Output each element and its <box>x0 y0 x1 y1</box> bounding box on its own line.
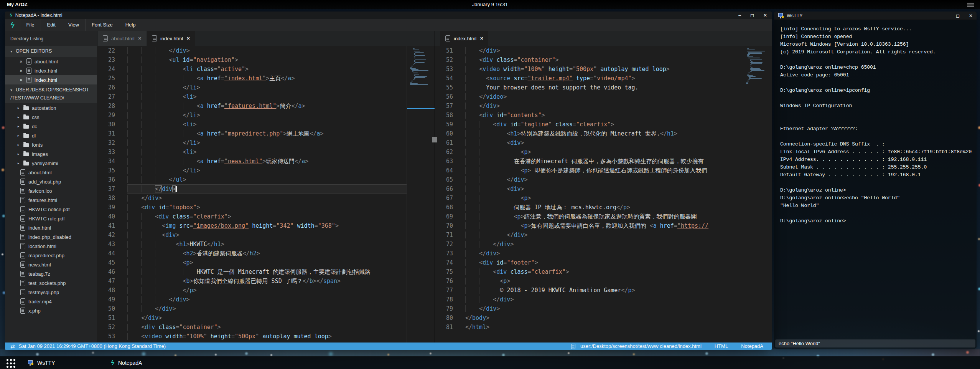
terminal-input[interactable]: echo "Hello World" <box>775 339 975 347</box>
maximize-button[interactable]: ◻ <box>956 13 960 18</box>
editor-pane-right: index.html✕ 5152535455565758596061626364… <box>435 31 772 343</box>
sidebar-file[interactable]: HKWTC notice.pdf <box>5 205 97 214</box>
sidebar-file[interactable]: trailer.mp4 <box>5 297 97 306</box>
line-number: 34 <box>97 157 115 166</box>
notepada-logo-icon: ϟ <box>10 13 12 18</box>
minimap-line <box>751 63 762 64</box>
status-language[interactable]: HTML <box>715 343 728 349</box>
hamburger-menu-icon[interactable] <box>967 2 974 7</box>
close-button[interactable]: ✕ <box>969 13 973 18</box>
code-area[interactable]: </div> <div class="container"> <video wi… <box>461 46 744 343</box>
editor-right[interactable]: 5152535455565758596061626364656667686970… <box>435 46 772 343</box>
app-grid-icon[interactable] <box>5 358 15 368</box>
editor-left[interactable]: 2223242526272829303132333435363738394041… <box>97 46 435 343</box>
line-number: 22 <box>97 46 115 55</box>
close-icon[interactable]: ✕ <box>19 60 23 64</box>
minimap-line <box>414 53 415 54</box>
sidebar-file[interactable]: location.html <box>5 242 97 251</box>
sidebar-folder-autostation[interactable]: ▸autostation <box>5 103 97 113</box>
line-number: 45 <box>97 258 115 267</box>
wstty-titlebar[interactable]: WsTTY – ◻ ✕ <box>774 12 977 20</box>
sidebar-folder-images[interactable]: ▸images <box>5 149 97 159</box>
code-line: </div> <box>127 304 407 313</box>
code-line: </body> <box>465 313 744 323</box>
sidebar-file[interactable]: test_sockets.php <box>5 278 97 288</box>
sidebar-file[interactable]: index.php_disabled <box>5 232 97 242</box>
sidebar-file[interactable]: index.html <box>5 223 97 232</box>
code-line: </div> <box>127 194 407 203</box>
minimize-button[interactable]: – <box>944 13 947 18</box>
minimap-line <box>750 68 760 69</box>
code-area[interactable]: </div> <ul id="navigation"> <li class="a… <box>123 46 407 343</box>
line-number: 68 <box>435 203 453 212</box>
menu-item-view[interactable]: View <box>62 19 85 31</box>
sidebar-folder-dl[interactable]: ▸dl <box>5 131 97 140</box>
sidebar-file[interactable]: add_vhost.php <box>5 177 97 186</box>
menu-item-edit[interactable]: Edit <box>41 19 62 31</box>
sidebar-file[interactable]: testmysql.php <box>5 288 97 297</box>
minimap[interactable] <box>407 46 435 343</box>
open-editor-item[interactable]: ✕index.html <box>5 75 97 84</box>
notepada-titlebar[interactable]: ϟ NotepadA - index.html – ◻ ✕ <box>5 12 772 19</box>
close-button[interactable]: ✕ <box>763 13 767 18</box>
menubar: ϟ FileEditViewFont SizeHelp <box>5 19 772 31</box>
tab-index.html[interactable]: index.html✕ <box>147 31 195 46</box>
sidebar-file[interactable]: HKWTC rule.pdf <box>5 214 97 223</box>
maximize-button[interactable]: ◻ <box>750 13 754 18</box>
taskbar-item-wstty[interactable]: WsTTY <box>28 356 99 369</box>
close-icon[interactable]: ✕ <box>186 36 190 41</box>
menu-item-help[interactable]: Help <box>119 19 142 31</box>
minimap-line <box>413 48 415 49</box>
sidebar-file[interactable]: teabag.7z <box>5 269 97 278</box>
file-icon <box>20 179 25 185</box>
close-icon[interactable]: ✕ <box>138 36 142 41</box>
editor-pane-left: about.html✕index.html✕ 22232425262728293… <box>97 31 435 343</box>
line-number: 42 <box>97 230 115 240</box>
minimap-line <box>414 58 415 58</box>
sidebar-folder-fonts[interactable]: ▸fonts <box>5 140 97 149</box>
pane-splitter-handle[interactable] <box>432 137 437 142</box>
open-editor-item[interactable]: ✕about.html <box>5 57 97 66</box>
sidebar-folder-css[interactable]: ▸css <box>5 113 97 122</box>
tab-about.html[interactable]: about.html✕ <box>98 31 147 46</box>
minimap[interactable] <box>744 46 772 343</box>
minimap-line <box>749 77 751 78</box>
menu-item-file[interactable]: File <box>20 19 41 31</box>
sidebar-file[interactable]: about.html <box>5 168 97 177</box>
workspace-folder-header[interactable]: ▾USER:/DESKTOP/SCREENSHOT/TEST/WWW CLEAN… <box>5 84 97 103</box>
sidebar-file[interactable]: news.html <box>5 260 97 269</box>
taskbar-item-notepada[interactable]: ϟ NotepadA <box>111 356 182 369</box>
close-icon[interactable]: ✕ <box>19 69 23 73</box>
file-icon <box>20 225 25 231</box>
code-line: </li> <box>127 83 407 92</box>
minimap-line <box>414 54 415 55</box>
code-line: © 2018 - 2019 HKWTC Animation Gamer</p> <box>465 286 744 295</box>
sidebar-file[interactable]: features.html <box>5 195 97 205</box>
line-number: 58 <box>435 111 453 120</box>
close-icon[interactable]: ✕ <box>480 36 483 41</box>
terminal-line: Microsoft Windows [Version 10.0.18363.12… <box>780 41 970 48</box>
sidebar-folder-yamiyamimi[interactable]: ▸yamiyamimi <box>5 159 97 168</box>
sidebar-file[interactable]: x.php <box>5 306 97 315</box>
code-line: </div> <box>127 184 407 194</box>
close-icon[interactable]: ✕ <box>19 78 23 82</box>
line-number: 43 <box>97 240 115 249</box>
minimap-line <box>411 81 413 81</box>
tab-index.html[interactable]: index.html✕ <box>440 31 488 46</box>
line-number: 59 <box>435 120 453 129</box>
terminal-line: Connection-specific DNS Suffix . : <box>780 141 970 148</box>
line-number: 24 <box>97 65 115 74</box>
minimap-line <box>748 79 750 80</box>
sidebar-file[interactable]: mapredirect.php <box>5 251 97 260</box>
line-number: 74 <box>435 258 453 267</box>
menu-item-font-size[interactable]: Font Size <box>86 19 119 31</box>
line-number: 53 <box>97 332 115 341</box>
file-icon <box>20 243 25 249</box>
chevron-down-icon: ▾ <box>10 86 16 94</box>
open-editors-section-header[interactable]: ▾OPEN EDITORS <box>5 46 97 57</box>
terminal-line <box>780 179 970 187</box>
minimize-button[interactable]: – <box>738 13 741 18</box>
sidebar-file[interactable]: favicon.ico <box>5 186 97 195</box>
sidebar-folder-dc[interactable]: ▸dc <box>5 122 97 131</box>
open-editor-item[interactable]: ✕index.html <box>5 66 97 75</box>
